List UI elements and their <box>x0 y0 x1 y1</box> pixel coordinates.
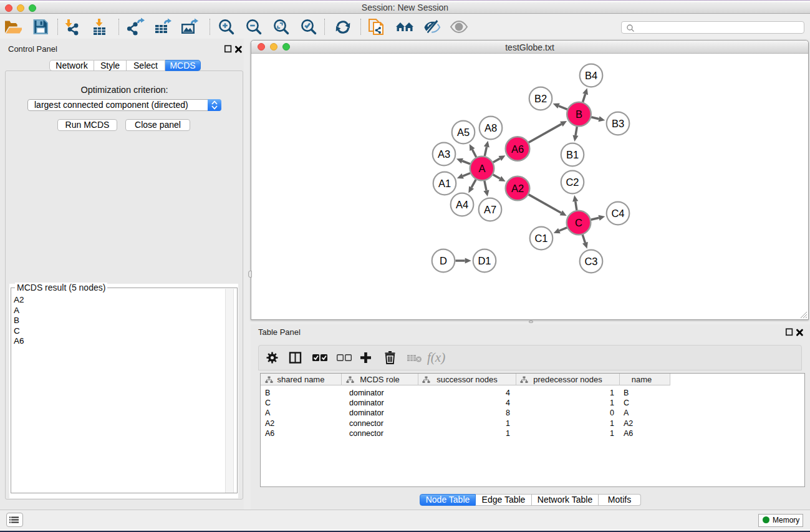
svg-text:A5: A5 <box>457 127 470 138</box>
svg-text:A4: A4 <box>456 199 468 210</box>
svg-text:B3: B3 <box>612 118 624 129</box>
svg-text:A2: A2 <box>511 183 524 194</box>
svg-text:A: A <box>478 163 485 174</box>
svg-text:C: C <box>575 217 582 228</box>
svg-text:C1: C1 <box>534 233 547 244</box>
svg-text:C3: C3 <box>584 256 597 267</box>
svg-text:B1: B1 <box>566 149 579 160</box>
svg-text:C2: C2 <box>566 177 579 188</box>
svg-text:B2: B2 <box>534 93 547 104</box>
svg-text:A7: A7 <box>484 204 496 215</box>
svg-text:D1: D1 <box>478 255 491 266</box>
svg-text:C4: C4 <box>611 208 624 219</box>
svg-text:D: D <box>440 255 447 266</box>
svg-text:B4: B4 <box>585 70 597 81</box>
svg-text:B: B <box>576 109 582 120</box>
svg-text:A3: A3 <box>438 148 450 160</box>
svg-text:A8: A8 <box>485 122 497 133</box>
svg-text:A6: A6 <box>511 143 524 155</box>
svg-text:A1: A1 <box>438 178 451 189</box>
